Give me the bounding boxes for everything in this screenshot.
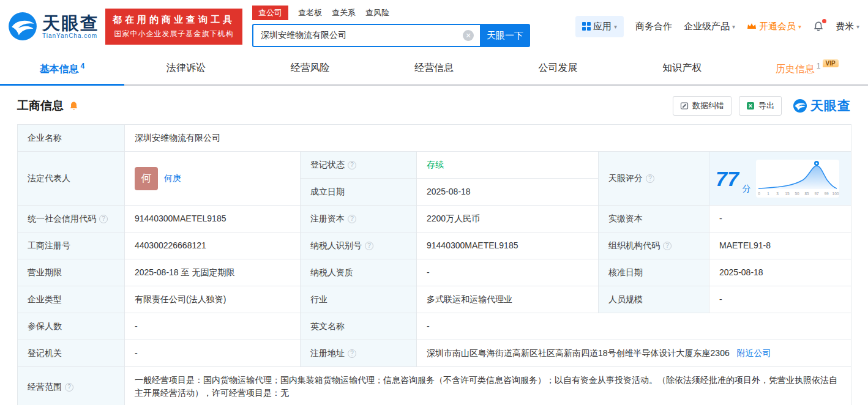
table-row: 统一社会信用代码? 91440300MAETEL9185 注册资本? 2200万… (18, 206, 851, 232)
chevron-down-icon: ▾ (856, 23, 859, 30)
tab-legal-litigation[interactable]: 法律诉讼 (124, 53, 249, 86)
help-icon[interactable]: ? (348, 161, 356, 169)
tab-intellectual-property-label: 知识产权 (662, 62, 702, 73)
tab-intellectual-property[interactable]: 知识产权 (620, 53, 744, 86)
help-icon[interactable]: ? (348, 349, 356, 358)
clear-search-icon[interactable]: ✕ (463, 30, 474, 41)
tab-company-development-label: 公司发展 (539, 62, 578, 73)
credit-code-value: 91440300MAETEL9185 (125, 206, 301, 232)
reg-number-label: 工商注册号 (18, 232, 125, 259)
watermark-logo-text: 天眼查 (810, 97, 851, 114)
chevron-down-icon: ▾ (798, 23, 801, 30)
tyc-score-label: 天眼评分? (599, 152, 709, 206)
notification-bell[interactable] (813, 21, 824, 32)
reg-address-value: 深圳市南山区粤海街道高新区社区高新南四道18号创维半导体设计大厦东座2306 附… (417, 340, 851, 367)
tab-company-development[interactable]: 公司发展 (496, 53, 620, 86)
search-tab-boss[interactable]: 查老板 (298, 6, 322, 20)
org-code-label: 组织机构代码? (599, 232, 709, 259)
search-button[interactable]: 天眼一下 (480, 24, 530, 47)
search-type-tabs: 查公司 查老板 查关系 查风险 (252, 6, 533, 20)
tab-operation-info-label: 经营信息 (414, 62, 454, 73)
data-correction-label: 数据纠错 (692, 100, 724, 111)
company-type-label: 企业类型 (18, 286, 125, 313)
industry-label: 行业 (301, 286, 417, 313)
table-row: 企业名称 深圳安维物流有限公司 (18, 125, 851, 152)
tianyancha-logo[interactable]: 天眼查 TianYanCha.com (7, 11, 99, 42)
taxpayer-id-label: 纳税人识别号? (301, 232, 417, 259)
credit-code-label: 统一社会信用代码? (18, 206, 125, 232)
paid-capital-label: 实缴资本 (599, 206, 709, 232)
table-row: 登记机关 - 注册地址? 深圳市南山区粤海街道高新区社区高新南四道18号创维半导… (18, 340, 851, 367)
export-button[interactable]: 导出 (739, 96, 782, 116)
legal-rep-link[interactable]: 何庚 (164, 172, 181, 185)
nav-vip-label: 开通会员 (759, 21, 796, 32)
taxpayer-quality-label: 纳税人资质 (301, 259, 417, 286)
tab-operation-info[interactable]: 经营信息 (372, 53, 496, 86)
staff-size-label: 人员规模 (599, 286, 709, 313)
help-icon[interactable]: ? (99, 215, 108, 223)
section-title: 工商信息 (17, 98, 64, 114)
nearby-companies-link[interactable]: 附近公司 (737, 348, 771, 358)
search-tab-relation[interactable]: 查关系 (332, 6, 356, 20)
score-unit: 分 (743, 182, 751, 198)
insured-count-label: 参保人数 (18, 313, 125, 340)
data-correction-button[interactable]: 数据纠错 (673, 96, 731, 116)
tab-legal-litigation-label: 法律诉讼 (166, 62, 206, 73)
table-row: 营业期限 2025-08-18 至 无固定期限 纳税人资质 - 核准日期 202… (18, 259, 851, 286)
business-scope-label: 经营范围? (18, 367, 125, 405)
nav-open-vip[interactable]: 开通会员 ▾ (747, 21, 801, 32)
reg-status-label: 登记状态? (301, 152, 417, 179)
business-term-label: 营业期限 (18, 259, 125, 286)
tianyancha-logo-icon (7, 11, 38, 42)
table-row: 企业类型 有限责任公司(法人独资) 行业 多式联运和运输代理业 人员规模 - (18, 286, 851, 313)
search-tab-risk[interactable]: 查风险 (365, 6, 389, 20)
search-tab-company[interactable]: 查公司 (252, 6, 288, 20)
slogan-line2: 国家中小企业发展子基金旗下机构 (113, 29, 235, 39)
section-actions: 数据纠错 导出 天眼查 (665, 96, 851, 116)
business-info-table: 企业名称 深圳安维物流有限公司 法定代表人 何 何庚 登记状态? 存续 天眼评分… (17, 124, 851, 405)
english-name-label: 英文名称 (301, 313, 417, 340)
svg-text:50: 50 (795, 191, 799, 196)
tab-basic-info-count: 4 (80, 62, 84, 70)
tab-history-info[interactable]: 历史信息1VIP (744, 53, 868, 86)
tab-basic-info[interactable]: 基本信息4 (0, 53, 124, 86)
slogan-line1: 都在用的商业查询工具 (113, 14, 235, 26)
help-icon[interactable]: ? (663, 242, 672, 250)
table-row: 工商注册号 440300226668121 纳税人识别号? 91440300MA… (18, 232, 851, 259)
business-scope-value: 一般经营项目是：国内货物运输代理；国内集装箱货物运输代理；信息咨询服务（不含许可… (125, 367, 851, 405)
tab-history-info-count: 1 (817, 62, 821, 70)
monitor-bell-icon[interactable] (69, 101, 79, 111)
svg-text:15: 15 (785, 191, 790, 196)
approval-date-label: 核准日期 (599, 259, 709, 286)
reg-capital-label: 注册资本? (301, 206, 417, 232)
apps-grid-icon (582, 22, 591, 31)
nav-user-menu[interactable]: 费米 ▾ (836, 21, 859, 32)
tab-operation-risk[interactable]: 经营风险 (248, 53, 372, 86)
english-name-value: - (417, 313, 851, 340)
table-row: 法定代表人 何 何庚 登记状态? 存续 天眼评分? 77 分 (18, 152, 851, 179)
tab-basic-info-label: 基本信息 (39, 64, 78, 74)
reg-status-value: 存续 (417, 152, 599, 179)
reg-number-value: 440300226668121 (125, 232, 301, 259)
establish-date-value: 2025-08-18 (417, 179, 599, 206)
insured-count-value: - (125, 313, 301, 340)
nav-cooperation[interactable]: 商务合作 (635, 21, 672, 32)
edit-icon (680, 102, 689, 110)
company-type-value: 有限责任公司(法人独资) (125, 286, 301, 313)
search-input[interactable] (252, 24, 480, 47)
company-name-label: 企业名称 (18, 125, 125, 152)
brand-slogan: 都在用的商业查询工具 国家中小企业发展子基金旗下机构 (105, 9, 242, 45)
nav-enterprise-label: 企业级产品 (684, 21, 730, 32)
nav-enterprise-products[interactable]: 企业级产品 ▾ (684, 21, 735, 32)
legal-rep-value: 何 何庚 (125, 152, 301, 206)
legal-rep-avatar[interactable]: 何 (135, 167, 158, 190)
nav-apps[interactable]: 应用 ▾ (575, 16, 624, 37)
help-icon[interactable]: ? (65, 383, 73, 392)
help-icon[interactable]: ? (348, 215, 356, 223)
chevron-down-icon: ▾ (614, 23, 617, 30)
notification-dot (822, 19, 826, 23)
help-icon[interactable]: ? (646, 174, 654, 183)
tab-history-info-label: 历史信息 (776, 64, 815, 74)
help-icon[interactable]: ? (365, 242, 373, 250)
tab-operation-risk-label: 经营风险 (290, 62, 329, 73)
